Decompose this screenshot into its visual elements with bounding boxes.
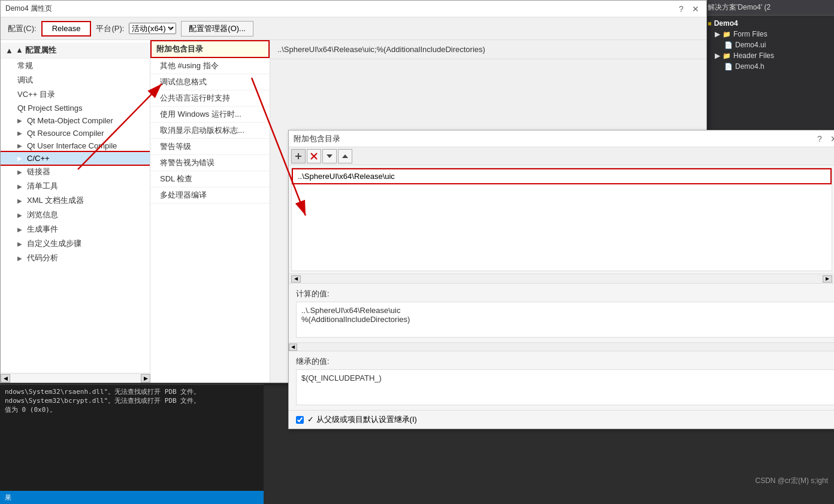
folder-expand-icon2: ▶	[715, 51, 720, 60]
tree-item-qt-meta[interactable]: ▶ Qt Meta-Object Compiler	[1, 114, 150, 127]
tree-item-cpp[interactable]: ▶ C/C++	[1, 152, 150, 165]
qt-resource-expand: ▶	[17, 130, 25, 136]
section-expand-icon: ▲	[5, 46, 13, 55]
include-toolbar	[289, 147, 834, 165]
qt-project-label: Qt Project Settings	[17, 104, 82, 113]
include-dialog-titlebar: 附加包含目录 ? ✕	[289, 130, 834, 147]
include-dialog-controls: ? ✕	[814, 133, 834, 145]
include-help-button[interactable]: ?	[814, 133, 826, 145]
custom-build-label: 自定义生成步骤	[27, 238, 81, 249]
props-item-treat-warning[interactable]: 将警告视为错误	[150, 155, 270, 171]
right-panel: ..\SphereUI\x64\Release\uic;%(Additional…	[270, 40, 706, 382]
form-files-label: Form Files	[733, 30, 767, 38]
include-close-button[interactable]: ✕	[828, 133, 834, 145]
include-item-1[interactable]: ..\SphereUI\x64\Release\uic	[292, 168, 832, 184]
scroll-left-btn[interactable]: ◀	[1, 374, 10, 382]
props-item-debug-format[interactable]: 调试信息格式	[150, 74, 270, 90]
xml-expand: ▶	[17, 198, 25, 204]
hscroll-right[interactable]: ▶	[823, 275, 832, 283]
header-file-icon: 📄	[724, 63, 733, 71]
tree-item-qt-resource[interactable]: ▶ Qt Resource Compiler	[1, 127, 150, 139]
build-events-label: 生成事件	[27, 224, 58, 235]
calculated-value: ..\.SphereUI\x64\Release\uic %(Additiona…	[296, 302, 834, 338]
manifest-expand: ▶	[17, 183, 25, 190]
scroll-right-btn[interactable]: ▶	[141, 374, 150, 382]
solution-demo4-ui: 📄 Demo4.ui	[705, 40, 832, 50]
svg-marker-5	[342, 154, 348, 158]
inherited-section: 继承的值: $(Qt_INCLUDEPATH_)	[289, 351, 834, 410]
tree-item-qt-project[interactable]: Qt Project Settings	[1, 102, 150, 114]
props-item-sdl[interactable]: SDL 检查	[150, 171, 270, 187]
platform-label: 平台(P):	[96, 23, 124, 34]
props-item-windows-rt[interactable]: 使用 Windows 运行时...	[150, 107, 270, 123]
code-analysis-expand: ▶	[17, 255, 25, 262]
tree-item-code-analysis[interactable]: ▶ 代码分析	[1, 251, 150, 265]
delete-btn[interactable]	[307, 149, 321, 163]
platform-dropdown[interactable]: 活动(x64) x64 Win32	[129, 23, 176, 34]
props-item-using[interactable]: 其他 #using 指令	[150, 58, 270, 74]
project-icon: ■	[708, 20, 712, 27]
manifest-label: 清单工具	[27, 181, 58, 192]
tree-item-vc[interactable]: VC++ 目录	[1, 87, 150, 102]
demo4-label: Demo4	[714, 19, 738, 28]
manage-config-button[interactable]: 配置管理器(O)...	[181, 21, 253, 37]
props-item-multiprocessor[interactable]: 多处理器编译	[150, 187, 270, 204]
release-button[interactable]: Release	[41, 21, 92, 37]
inherit-checkbox-label: ✓ 从父级或项目默认设置继承(I)	[307, 414, 417, 425]
folder-expand-icon: ▶	[715, 30, 720, 38]
calculated-label: 计算的值:	[296, 289, 834, 299]
include-dialog: 附加包含目录 ? ✕	[288, 130, 834, 429]
vc-label: VC++ 目录	[17, 89, 55, 100]
demo4-h-label: Demo4.h	[735, 62, 764, 71]
add-new-btn[interactable]	[291, 149, 306, 163]
props-item-clr[interactable]: 公共语言运行时支持	[150, 90, 270, 107]
props-header: 附加包含目录	[150, 40, 270, 58]
calc-scroll-left[interactable]: ◀	[289, 344, 297, 351]
general-label: 常规	[17, 60, 33, 71]
qt-meta-label: Qt Meta-Object Compiler	[27, 116, 113, 125]
custom-build-expand: ▶	[17, 241, 25, 247]
header-files-label: Header Files	[733, 51, 774, 60]
close-dialog-button[interactable]: ✕	[690, 3, 702, 15]
browse-expand: ▶	[17, 212, 25, 218]
hscroll-left[interactable]: ◀	[291, 275, 301, 283]
include-hscrollbar[interactable]: ◀ ▶	[289, 274, 834, 283]
tree-item-linker[interactable]: ▶ 链接器	[1, 165, 150, 179]
calc-hscrollbar[interactable]: ◀ ▶	[289, 342, 834, 351]
browse-label: 浏览信息	[27, 210, 58, 220]
output-line2: ndows\System32\bcrypt.dll"。无法查找或打开 PDB 文…	[5, 396, 259, 405]
solution-tree: ■ Demo4 ▶ 📁 Form Files 📄 Demo4.ui ▶ 📁 He…	[703, 16, 834, 74]
linker-label: 链接器	[27, 166, 50, 177]
include-dialog-content: ..\SphereUI\x64\Release\uic ◀ ▶ ▲	[289, 147, 834, 283]
value-bar-text: ..\SphereUI\x64\Release\uic;%(Additional…	[277, 45, 485, 54]
include-list: ..\SphereUI\x64\Release\uic	[291, 168, 832, 271]
calculated-section: 计算的值: ..\.SphereUI\x64\Release\uic %(Add…	[289, 283, 834, 342]
solution-header-files: ▶ 📁 Header Files	[705, 50, 832, 61]
cpp-expand: ▶	[17, 155, 25, 162]
help-button[interactable]: ?	[675, 3, 687, 15]
value-bar: ..\SphereUI\x64\Release\uic;%(Additional…	[270, 40, 706, 59]
tree-item-general[interactable]: 常规	[1, 59, 150, 73]
svg-marker-4	[327, 154, 333, 158]
tree-item-xml[interactable]: ▶ XML 文档生成器	[1, 193, 150, 208]
tree-item-build-events[interactable]: ▶ 生成事件	[1, 222, 150, 236]
inherit-checkbox[interactable]	[296, 416, 304, 424]
qt-resource-label: Qt Resource Compiler	[27, 129, 104, 138]
file-icon: 📄	[724, 41, 733, 49]
include-item-1-text: ..\SphereUI\x64\Release\uic	[298, 172, 395, 181]
config-properties-header[interactable]: ▲ ▲ 配置属性	[1, 42, 150, 59]
move-down-btn[interactable]	[322, 149, 337, 163]
move-up-btn[interactable]	[338, 149, 352, 163]
tree-item-custom-build[interactable]: ▶ 自定义生成步骤	[1, 236, 150, 251]
folder-icon: 📁	[723, 31, 731, 38]
tree-item-debug[interactable]: 调试	[1, 73, 150, 87]
tree-item-qt-ui[interactable]: ▶ Qt User Interface Compile	[1, 139, 150, 152]
tree-scrollbar[interactable]: ◀ ▶	[1, 373, 150, 382]
props-item-suppress-banner[interactable]: 取消显示启动版权标志...	[150, 123, 270, 139]
tree-item-browse[interactable]: ▶ 浏览信息	[1, 208, 150, 222]
config-properties-label: ▲ 配置属性	[16, 45, 56, 56]
tree-item-manifest[interactable]: ▶ 清单工具	[1, 179, 150, 193]
include-list-area: ..\SphereUI\x64\Release\uic ◀ ▶	[289, 147, 834, 283]
props-panel: 附加包含目录 其他 #using 指令 调试信息格式 公共语言运行时支持 使用 …	[150, 40, 270, 382]
props-item-warning-level[interactable]: 警告等级	[150, 139, 270, 155]
